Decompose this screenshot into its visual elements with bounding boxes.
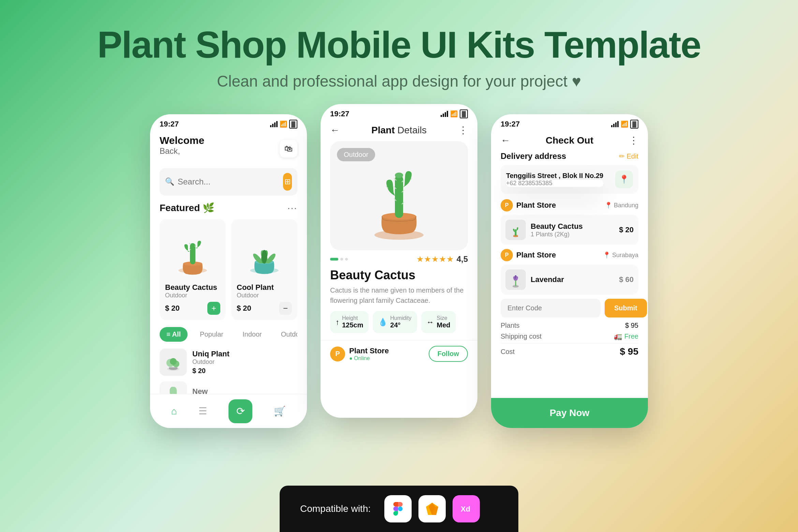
details-header: ← Plant Details ⋮	[321, 121, 477, 141]
rating-value: 4,5	[457, 254, 468, 264]
card2-price: $ 20	[237, 304, 251, 313]
plant-stats: ↑ Height 125cm 💧 Humidity 24° ↔	[330, 311, 468, 333]
size-info: Size Med	[437, 315, 450, 329]
edit-button[interactable]: ✏ Edit	[619, 152, 638, 160]
pay-button[interactable]: Pay Now	[491, 398, 648, 428]
page-title: Plant Shop Mobile UI Kits Template	[0, 24, 798, 65]
card2-footer: $ 20 −	[237, 302, 292, 315]
humidity-info: Humidity 24°	[390, 315, 411, 329]
store-info: P Plant Store ● Online	[330, 346, 389, 361]
cactus-hero-svg	[358, 148, 440, 243]
search-input[interactable]	[178, 177, 280, 187]
humidity-value: 24°	[390, 321, 411, 329]
filter-button[interactable]: ⊞	[283, 173, 292, 191]
image-dots	[330, 258, 348, 261]
search-bar: 🔍 ⊞	[160, 168, 297, 195]
compat-icons: Xd	[384, 495, 480, 522]
size-value: Med	[437, 321, 450, 329]
nav-cart-icon[interactable]: 🛒	[274, 405, 286, 417]
checkout-more[interactable]: ⋮	[629, 135, 638, 146]
cat-all[interactable]: ≡ All	[160, 327, 188, 342]
checkout-content: Delivery address ✏ Edit Tenggilis Street…	[491, 151, 648, 357]
figma-icon	[384, 495, 412, 522]
card1-add-button[interactable]: +	[207, 302, 220, 315]
status-icons-2: 📶 ▓	[441, 109, 468, 118]
nav-scan-button[interactable]: ⟳	[228, 399, 252, 423]
details-more[interactable]: ⋮	[458, 124, 468, 136]
more-button[interactable]: ···	[287, 203, 297, 213]
store2-location: 📍 Surabaya	[603, 251, 638, 259]
plant-card-2-image	[237, 224, 292, 279]
signal-icon-2	[441, 111, 448, 117]
order-item-1-image	[505, 220, 526, 240]
follow-button[interactable]: Follow	[429, 346, 468, 362]
cat-popular[interactable]: Popular	[193, 327, 230, 342]
store-text: Plant Store ● Online	[349, 346, 389, 361]
order-item-2-image	[505, 269, 526, 290]
store-row: P Plant Store ● Online Follow	[321, 340, 477, 367]
list-item-1[interactable]: Uniq Plant Outdoor $ 20	[160, 349, 297, 376]
promo-input[interactable]	[501, 299, 601, 317]
dot-1	[330, 258, 338, 261]
compat-label: Compatible with:	[300, 503, 371, 514]
welcome-text: Welcome	[160, 135, 204, 146]
order-item-1-price: $ 20	[619, 225, 634, 234]
list-item-1-image	[160, 349, 187, 376]
height-info: Height 125cm	[342, 315, 363, 329]
wifi-icon-2: 📶	[450, 110, 458, 118]
order-item-1-qty: 1 Plants (2Kg)	[531, 231, 583, 238]
dot-2	[340, 258, 343, 261]
phone-home: 19:27 📶 ▓ Welcome Back, 🛍	[150, 114, 307, 428]
dot-3	[345, 258, 348, 261]
stat-humidity: 💧 Humidity 24°	[373, 311, 417, 333]
plant-card-1-image	[165, 224, 220, 279]
compat-bar: Compatible with:	[280, 486, 518, 532]
card1-type: Outdoor	[165, 292, 220, 299]
back-button-2[interactable]: ←	[330, 125, 340, 136]
card2-type: Outdoor	[237, 292, 292, 299]
svg-text:Xd: Xd	[461, 505, 470, 513]
nav-home-icon[interactable]: ⌂	[171, 406, 177, 417]
plant-card-2[interactable]: Cool Plant Outdoor $ 20 −	[231, 219, 297, 320]
store2-avatar: P	[501, 249, 513, 261]
status-time-2: 19:27	[330, 109, 349, 118]
svg-point-24	[395, 173, 403, 178]
battery-icon: ▓	[289, 120, 297, 129]
address-text: Tenggilis Street , Blok II No.29 +62 823…	[506, 172, 603, 187]
total-label: Cost	[501, 348, 515, 356]
battery-icon-2: ▓	[460, 109, 468, 118]
shipping-label: Shipping cost	[501, 332, 542, 340]
xd-icon: Xd	[453, 495, 480, 522]
bell-icon: 🛍	[284, 144, 293, 153]
notification-button[interactable]: 🛍	[280, 140, 297, 158]
map-button[interactable]: 📍	[615, 171, 633, 188]
back-button-3[interactable]: ←	[501, 135, 510, 146]
bottom-nav: ⌂ ☰ ⟳ 🛒	[150, 394, 307, 428]
cat-outdoor[interactable]: Outdoor	[274, 327, 297, 342]
sketch-icon	[418, 495, 446, 522]
plant-card-1[interactable]: Beauty Cactus Outdoor $ 20 +	[160, 219, 226, 320]
submit-button[interactable]: Submit	[605, 299, 647, 317]
stat-height: ↑ Height 125cm	[330, 311, 369, 333]
card2-minus-button[interactable]: −	[279, 302, 292, 315]
category-tabs: ≡ All Popular Indoor Outdoor Decor	[160, 327, 297, 342]
order-cactus-svg	[507, 221, 524, 238]
greeting-row: Welcome Back, 🛍	[160, 135, 297, 163]
nav-list-icon[interactable]: ☰	[198, 405, 207, 417]
store2-left: P Plant Store	[501, 249, 556, 261]
search-icon: 🔍	[165, 177, 174, 186]
wifi-icon: 📶	[280, 120, 287, 128]
map-icon: 📍	[619, 175, 629, 184]
store1-left: P Plant Store	[501, 199, 556, 211]
cat-indoor[interactable]: Indoor	[236, 327, 269, 342]
uniq-plant-svg	[163, 352, 183, 372]
delivery-section: Delivery address ✏ Edit	[501, 151, 638, 161]
height-value: 125cm	[342, 321, 363, 329]
plants-value: $ 95	[625, 322, 638, 329]
order-item-2: Lavendar $ 60	[501, 265, 638, 295]
address-street: Tenggilis Street , Blok II No.29	[506, 172, 603, 180]
store1-name: Plant Store	[516, 201, 556, 210]
order-store-1: P Plant Store 📍 Bandung	[501, 199, 638, 211]
status-icons-1: 📶 ▓	[270, 120, 297, 129]
address-phone: +62 8238535385	[506, 180, 603, 187]
